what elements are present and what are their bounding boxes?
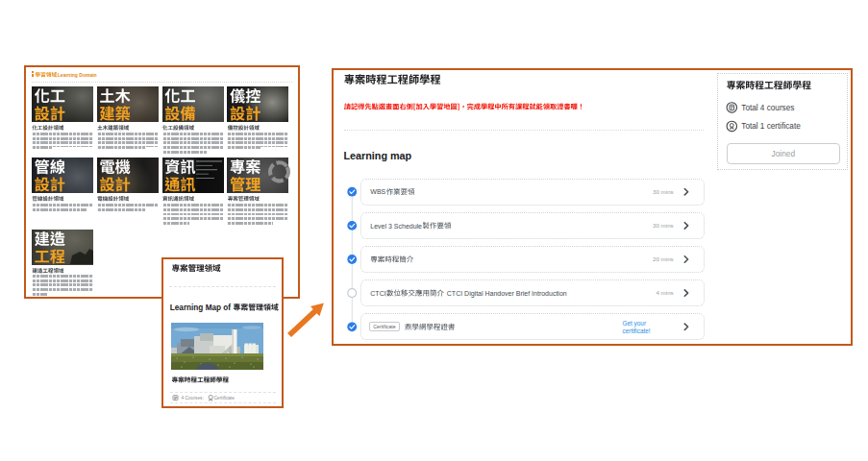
svg-text:Learning map: Learning map bbox=[343, 150, 411, 161]
svg-text:CTCI: CTCI bbox=[370, 290, 385, 297]
svg-text:certificate!: certificate! bbox=[623, 328, 651, 334]
svg-text:Total 1 certificate: Total 1 certificate bbox=[741, 122, 801, 131]
svg-text:20 mins: 20 mins bbox=[653, 255, 674, 262]
svg-text:Get your: Get your bbox=[623, 320, 647, 328]
svg-text:30 mins: 30 mins bbox=[653, 222, 674, 229]
svg-text:Total 4 courses: Total 4 courses bbox=[741, 104, 794, 112]
svg-text:Certificate: Certificate bbox=[373, 324, 395, 329]
svg-text:Learning Map of: Learning Map of bbox=[170, 303, 231, 312]
svg-text:30 mins: 30 mins bbox=[653, 188, 674, 195]
svg-text:WBS: WBS bbox=[370, 188, 385, 195]
svg-text:Joined: Joined bbox=[771, 149, 795, 158]
svg-text:Level 3 Schedule: Level 3 Schedule bbox=[370, 223, 422, 230]
svg-text:4 Courses: 4 Courses bbox=[182, 396, 203, 400]
svg-text:Certificate: Certificate bbox=[213, 396, 235, 400]
svg-text:4 mins: 4 mins bbox=[656, 289, 673, 296]
svg-text::: : bbox=[203, 396, 204, 400]
svg-text:Learning Domain: Learning Domain bbox=[58, 72, 97, 78]
svg-text:CTCI Digital Handover Brief In: CTCI Digital Handover Brief Introduction bbox=[447, 290, 567, 298]
